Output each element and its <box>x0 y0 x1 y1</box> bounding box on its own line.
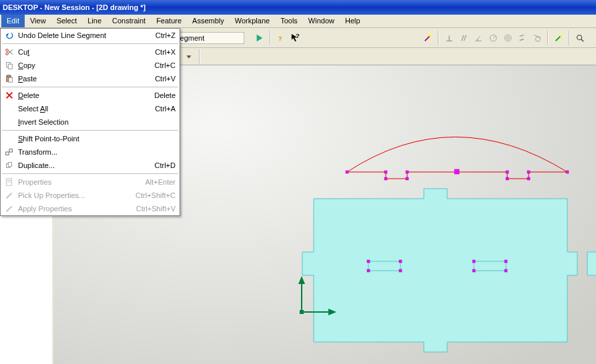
svg-rect-49 <box>6 152 9 155</box>
svg-rect-50 <box>9 149 12 152</box>
menu-shift-ptp[interactable]: Shift Point-to-Point <box>1 132 180 145</box>
slot-right <box>474 261 506 271</box>
tangent-button[interactable] <box>530 31 545 45</box>
menu-paste[interactable]: Paste Ctrl+V <box>1 72 180 85</box>
blank-icon <box>3 133 15 144</box>
slot-left <box>368 261 400 271</box>
menu-duplicate[interactable]: Duplicate... Ctrl+D <box>1 159 180 172</box>
menu-delete-label: Delete <box>18 91 154 99</box>
svg-rect-45 <box>8 64 12 69</box>
play-button[interactable] <box>252 31 267 45</box>
menu-feature[interactable]: Feature <box>151 15 187 27</box>
svg-line-15 <box>581 39 584 41</box>
svg-line-7 <box>493 36 496 38</box>
svg-point-10 <box>535 37 540 41</box>
svg-rect-33 <box>505 260 507 263</box>
auto-constrain-button[interactable] <box>551 31 566 45</box>
right-fragment <box>587 252 596 275</box>
menu-copy[interactable]: Copy Ctrl+C <box>1 59 180 72</box>
magic-wand-button[interactable] <box>420 31 435 45</box>
duplicate-icon <box>3 160 15 171</box>
delete-icon <box>3 90 15 101</box>
menu-constraint[interactable]: Constraint <box>107 15 151 27</box>
toolbar-separator <box>547 31 549 45</box>
menu-shift-label: Shift Point-to-Point <box>18 135 176 143</box>
menu-view[interactable]: View <box>25 15 51 27</box>
svg-rect-27 <box>566 171 569 173</box>
menu-window[interactable]: Window <box>303 15 340 27</box>
menu-bar: Edit View Select Line Constraint Feature… <box>0 15 596 28</box>
properties-icon <box>3 177 15 187</box>
menu-edit[interactable]: Edit <box>1 15 25 27</box>
parallel-button[interactable] <box>457 31 471 45</box>
perpendicular-button[interactable] <box>442 31 457 45</box>
radius-button[interactable] <box>486 31 501 45</box>
svg-marker-37 <box>298 276 305 284</box>
menu-cut-shortcut: Ctrl+X <box>155 48 176 56</box>
menu-paste-label: Paste <box>18 75 155 83</box>
apply-icon <box>3 203 15 214</box>
copy-icon <box>3 60 15 71</box>
menu-pickup-props: Pick Up Properties... Ctrl+Shift+C <box>1 189 180 202</box>
toolbar-separator <box>438 31 439 45</box>
menu-cut[interactable]: Cut Ctrl+X <box>1 45 180 59</box>
svg-marker-0 <box>257 34 263 41</box>
menu-copy-shortcut: Ctrl+C <box>155 61 176 69</box>
menu-select[interactable]: Select <box>51 15 83 27</box>
menu-select-all-label: Select All <box>18 105 155 113</box>
menu-assembly[interactable]: Assembly <box>187 15 230 27</box>
menu-cut-label: Cut <box>18 48 155 56</box>
dropdown-small[interactable] <box>182 49 196 64</box>
menu-undo-label: Undo Delete Line Segment <box>18 31 156 39</box>
zoom-button[interactable] <box>573 31 587 45</box>
menu-delete[interactable]: Delete Delete <box>1 89 180 102</box>
menu-help[interactable]: Help <box>340 15 366 27</box>
angle-button[interactable] <box>471 31 486 45</box>
transform-icon <box>3 147 15 157</box>
title-text: DESKTOP - New Session - [2D drawing *] <box>3 3 145 11</box>
svg-point-42 <box>6 53 9 55</box>
svg-rect-28 <box>367 260 370 263</box>
menu-workplane[interactable]: Workplane <box>230 15 275 27</box>
svg-rect-30 <box>367 269 370 272</box>
menu-select-all[interactable]: Select All Ctrl+A <box>1 102 180 115</box>
context-help-button[interactable]: ? <box>288 31 303 45</box>
menu-apply-props: Apply Properties Ctrl+Shift+V <box>1 202 180 215</box>
svg-point-9 <box>507 36 509 39</box>
menu-transform[interactable]: Transform... <box>1 145 180 159</box>
menu-undo-shortcut: Ctrl+Z <box>156 31 176 39</box>
menu-undo[interactable]: Undo Delete Line Segment Ctrl+Z <box>1 29 180 42</box>
svg-rect-48 <box>9 77 12 82</box>
blank-icon <box>3 117 15 127</box>
svg-rect-20 <box>406 177 408 180</box>
edit-dropdown: Undo Delete Line Segment Ctrl+Z Cut Ctrl… <box>0 28 180 216</box>
svg-rect-40 <box>300 310 304 314</box>
menu-properties-shortcut: Alt+Enter <box>145 178 176 186</box>
menu-invert-selection[interactable]: Invert Selection <box>1 115 180 129</box>
menu-pickup-label: Pick Up Properties... <box>18 191 135 199</box>
menu-line[interactable]: Line <box>82 15 107 27</box>
help-button[interactable]: ? <box>274 31 288 45</box>
toolbar-separator <box>270 31 271 45</box>
pickup-icon <box>3 190 15 201</box>
menu-apply-shortcut: Ctrl+Shift+V <box>136 205 176 213</box>
equal-button[interactable] <box>515 31 530 45</box>
svg-rect-19 <box>384 177 387 180</box>
menu-tools[interactable]: Tools <box>275 15 303 27</box>
toolbar-separator <box>199 49 200 64</box>
svg-rect-25 <box>527 177 530 180</box>
menu-paste-shortcut: Ctrl+V <box>155 75 176 83</box>
svg-rect-26 <box>527 171 530 173</box>
svg-rect-32 <box>473 260 475 263</box>
paste-icon <box>3 73 15 84</box>
concentric-button[interactable] <box>501 31 515 45</box>
svg-rect-34 <box>473 269 475 272</box>
svg-line-12 <box>556 36 561 41</box>
menu-delete-shortcut: Delete <box>154 91 176 99</box>
menu-properties-label: Properties <box>18 178 145 186</box>
main-shape <box>302 189 577 352</box>
scissors-icon <box>3 47 15 57</box>
menu-properties: Properties Alt+Enter <box>1 175 180 189</box>
svg-rect-35 <box>505 269 507 272</box>
arc-curve <box>347 137 567 173</box>
